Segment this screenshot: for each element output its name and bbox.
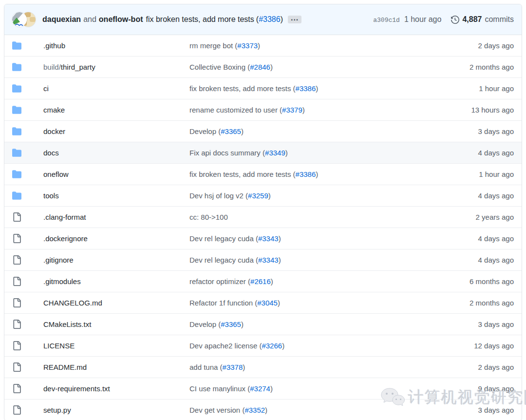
commit-message-cell: Refactor 1f function (#3045) (182, 292, 429, 314)
file-type-cell (4, 314, 36, 335)
file-type-cell (4, 164, 36, 185)
row-commit-message[interactable]: Dev rel legacy cuda (#3343) (189, 234, 281, 243)
pr-close-paren: ) (281, 15, 283, 24)
file-icon (12, 298, 21, 307)
last-commit-date: 2 days ago (429, 357, 522, 378)
file-name-cell: .github (36, 35, 182, 57)
row-pr-link[interactable]: #3343 (258, 234, 279, 243)
folder-icon (12, 84, 21, 93)
file-name-link[interactable]: .github (43, 41, 65, 50)
row-commit-text: Collective Boxing ( (189, 63, 250, 71)
row-commit-message[interactable]: cc: 80->100 (189, 213, 228, 221)
file-name-link[interactable]: .gitmodules (43, 277, 81, 286)
commit-message-cell: CI use manylinux (#3274) (182, 378, 429, 400)
row-commit-message[interactable]: Collective Boxing (#2846) (189, 63, 273, 71)
commit-coauthor-link[interactable]: oneflow-bot (99, 15, 143, 24)
row-commit-text-after: ) (270, 63, 273, 71)
file-name-link[interactable]: ci (43, 84, 49, 93)
commit-author-link[interactable]: daquexian (42, 15, 81, 24)
row-pr-link[interactable]: #3386 (296, 170, 316, 178)
row-commit-message[interactable]: fix broken tests, add more tests (#3386) (189, 84, 318, 93)
row-commit-message[interactable]: rm merge bot (#3373) (189, 41, 260, 50)
row-commit-message[interactable]: fix broken tests, add more tests (#3386) (189, 170, 318, 178)
last-commit-date: 6 months ago (429, 271, 522, 292)
commit-pr-link[interactable]: #3386 (259, 15, 281, 24)
commit-description-toggle[interactable]: ... (288, 16, 301, 23)
row-commit-text-after: ) (241, 320, 244, 328)
last-commit-date: 2 days ago (429, 35, 522, 57)
file-name-link[interactable]: .clang-format (43, 213, 86, 221)
file-name-link[interactable]: CMakeLists.txt (43, 320, 91, 328)
date-text: 12 days ago (474, 342, 514, 350)
commit-sha-link[interactable]: a309c1d (373, 17, 400, 24)
file-name-link[interactable]: setup.py (43, 406, 71, 414)
row-pr-link[interactable]: #3343 (258, 256, 279, 264)
folder-icon (12, 191, 21, 200)
file-name-cell: LICENSE (36, 335, 182, 357)
path-prefix-link[interactable]: build/ (43, 63, 61, 71)
row-pr-link[interactable]: #3386 (296, 84, 316, 93)
file-name-link[interactable]: docs (43, 149, 59, 157)
file-name-link[interactable]: .gitignore (43, 256, 74, 264)
row-pr-link[interactable]: #3045 (257, 299, 278, 307)
table-row: .dockerignore Dev rel legacy cuda (#3343… (4, 228, 522, 249)
row-commit-message[interactable]: Develop (#3365) (189, 127, 244, 135)
row-commit-text: Refactor 1f function ( (189, 299, 257, 307)
row-commit-message[interactable]: Fix api docs summary (#3349) (189, 149, 288, 157)
row-pr-link[interactable]: #3365 (221, 127, 241, 135)
table-row: ci fix broken tests, add more tests (#33… (4, 78, 522, 99)
file-name-link[interactable]: dev-requirements.txt (43, 384, 110, 393)
file-name-link[interactable]: oneflow (43, 170, 69, 178)
row-pr-link[interactable]: #3274 (250, 384, 270, 393)
file-type-cell (4, 400, 36, 420)
file-type-cell (4, 207, 36, 228)
commit-message-cell: Dev hsj of log v2 (#3259) (182, 185, 429, 207)
row-pr-link[interactable]: #3365 (221, 320, 241, 328)
last-commit-date: 4 days ago (429, 142, 522, 164)
row-commit-text-after: ) (279, 256, 281, 264)
commit-message-cell: cc: 80->100 (182, 207, 429, 228)
row-pr-link[interactable]: #2846 (250, 63, 270, 71)
file-type-cell (4, 35, 36, 57)
file-name-link[interactable]: .dockerignore (43, 234, 88, 243)
date-text: 2 months ago (470, 63, 514, 71)
commit-message-cell: rm merge bot (#3373) (182, 35, 429, 57)
row-commit-message[interactable]: Develop (#3365) (189, 320, 244, 328)
file-icon (12, 320, 21, 329)
last-commit-date: 1 hour ago (429, 78, 522, 99)
row-pr-link[interactable]: #3266 (262, 342, 282, 350)
folder-icon (12, 170, 21, 179)
row-commit-message[interactable]: refactor optimizer (#2616) (189, 277, 273, 286)
row-pr-link[interactable]: #3259 (248, 191, 268, 200)
file-name-link[interactable]: docker (43, 127, 65, 135)
file-name-link[interactable]: tools (43, 191, 59, 200)
commit-message-cell: refactor optimizer (#2616) (182, 271, 429, 292)
row-commit-message[interactable]: Dev get version (#3352) (189, 406, 267, 414)
row-commit-message[interactable]: Dev rel legacy cuda (#3343) (189, 256, 281, 264)
commit-message-link[interactable]: fix broken tests, add more tests (146, 15, 254, 24)
row-commit-message[interactable]: add tuna (#3378) (189, 363, 245, 371)
table-row: oneflow fix broken tests, add more tests… (4, 164, 522, 185)
file-name-link[interactable]: cmake (43, 106, 65, 114)
row-commit-message[interactable]: CI use manylinux (#3274) (189, 384, 273, 393)
commit-history-link[interactable]: 4,887 commits (451, 15, 514, 24)
file-name-cell: CHANGELOG.md (36, 292, 182, 314)
avatar-daquexian[interactable] (12, 12, 27, 27)
row-pr-link[interactable]: #2616 (250, 277, 271, 286)
file-name-link[interactable]: third_party (61, 63, 95, 71)
date-text: 4 days ago (478, 256, 514, 264)
file-name-link[interactable]: CHANGELOG.md (43, 299, 102, 307)
row-pr-link[interactable]: #3379 (282, 106, 302, 114)
file-name-link[interactable]: LICENSE (43, 342, 75, 350)
row-commit-message[interactable]: rename customized to user (#3379) (189, 106, 305, 114)
table-row: CMakeLists.txt Develop (#3365) 3 days ag… (4, 314, 522, 335)
row-commit-message[interactable]: Dev hsj of log v2 (#3259) (189, 191, 271, 200)
row-pr-link[interactable]: #3378 (223, 363, 243, 371)
row-pr-link[interactable]: #3373 (237, 41, 258, 50)
last-commit-date: 4 days ago (429, 185, 522, 207)
row-commit-message[interactable]: Dev apache2 license (#3266) (189, 342, 284, 350)
row-pr-link[interactable]: #3349 (265, 149, 285, 157)
file-name-link[interactable]: README.md (43, 363, 87, 371)
row-commit-message[interactable]: Refactor 1f function (#3045) (189, 299, 280, 307)
row-pr-link[interactable]: #3352 (244, 406, 265, 414)
